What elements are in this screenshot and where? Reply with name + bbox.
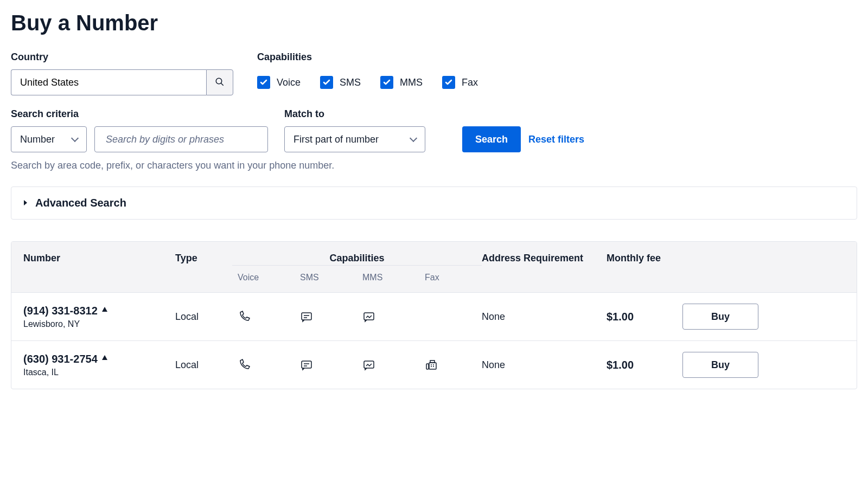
advanced-search-label: Advanced Search bbox=[35, 197, 126, 209]
check-icon bbox=[444, 78, 453, 87]
chevron-down-icon bbox=[411, 134, 416, 145]
svg-rect-6 bbox=[429, 363, 436, 369]
location: Itasca, IL bbox=[23, 368, 175, 377]
svg-rect-5 bbox=[364, 361, 374, 368]
svg-rect-2 bbox=[302, 313, 311, 320]
match-select[interactable]: First part of number bbox=[284, 126, 425, 152]
capabilities-label: Capabilities bbox=[257, 52, 478, 63]
country-input[interactable] bbox=[11, 69, 206, 95]
search-button[interactable]: Search bbox=[462, 126, 521, 152]
col-header-address: Address Requirement bbox=[482, 253, 607, 264]
address-requirement: None bbox=[482, 359, 607, 371]
voice-label: Voice bbox=[277, 77, 301, 88]
buy-button[interactable]: Buy bbox=[682, 352, 758, 378]
country-label: Country bbox=[11, 52, 233, 63]
match-value: First part of number bbox=[293, 134, 379, 145]
mms-checkbox[interactable] bbox=[380, 76, 393, 89]
voice-capability bbox=[232, 358, 295, 371]
svg-line-1 bbox=[221, 83, 224, 86]
country-search-button[interactable] bbox=[206, 69, 233, 95]
col-header-fee: Monthly fee bbox=[607, 253, 682, 264]
sub-header-voice: Voice bbox=[232, 273, 295, 282]
sms-checkbox[interactable] bbox=[320, 76, 333, 89]
check-icon bbox=[322, 78, 331, 87]
search-icon bbox=[215, 77, 225, 88]
capabilities-filter: Capabilities Voice SMS MMS bbox=[257, 52, 478, 95]
number-type: Local bbox=[175, 359, 232, 371]
location: Lewisboro, NY bbox=[23, 319, 175, 329]
table-row: (914) 331-8312Lewisboro, NYLocalNone$1.0… bbox=[11, 293, 857, 341]
monthly-fee: $1.00 bbox=[607, 359, 682, 371]
results-table: Number Type Capabilities Address Require… bbox=[11, 241, 857, 389]
match-label: Match to bbox=[284, 108, 425, 120]
sub-header-mms: MMS bbox=[357, 273, 419, 282]
col-header-type: Type bbox=[175, 253, 232, 264]
criteria-label: Search criteria bbox=[11, 108, 268, 120]
mms-label: MMS bbox=[400, 77, 423, 88]
mms-capability bbox=[357, 310, 419, 323]
check-icon bbox=[259, 78, 268, 87]
country-filter: Country bbox=[11, 52, 233, 95]
col-header-capabilities: Capabilities bbox=[232, 253, 482, 264]
triangle-icon bbox=[101, 354, 108, 364]
sms-label: SMS bbox=[340, 77, 361, 88]
sub-header-sms: SMS bbox=[295, 273, 357, 282]
monthly-fee: $1.00 bbox=[607, 311, 682, 323]
voice-checkbox[interactable] bbox=[257, 76, 270, 89]
advanced-search-toggle[interactable]: Advanced Search bbox=[11, 186, 857, 220]
criteria-type-select[interactable]: Number bbox=[11, 126, 87, 152]
check-icon bbox=[382, 78, 391, 87]
address-requirement: None bbox=[482, 311, 607, 323]
chevron-down-icon bbox=[72, 134, 78, 145]
criteria-type-value: Number bbox=[20, 134, 55, 145]
col-header-number: Number bbox=[23, 253, 175, 264]
voice-capability bbox=[232, 310, 295, 323]
fax-label: Fax bbox=[462, 77, 478, 88]
svg-rect-3 bbox=[364, 313, 374, 320]
criteria-help-text: Search by area code, prefix, or characte… bbox=[11, 160, 857, 171]
buy-button[interactable]: Buy bbox=[682, 304, 758, 330]
fax-checkbox[interactable] bbox=[442, 76, 455, 89]
page-title: Buy a Number bbox=[11, 11, 857, 35]
criteria-search-input[interactable] bbox=[94, 126, 268, 152]
svg-rect-4 bbox=[302, 361, 311, 368]
phone-number: (630) 931-2754 bbox=[23, 353, 98, 365]
fax-capability bbox=[419, 358, 482, 371]
chevron-right-icon bbox=[22, 198, 29, 208]
svg-point-0 bbox=[216, 78, 222, 84]
table-row: (630) 931-2754Itasca, ILLocalNone$1.00Bu… bbox=[11, 341, 857, 389]
sms-capability bbox=[295, 358, 357, 371]
mms-capability bbox=[357, 358, 419, 371]
phone-number: (914) 331-8312 bbox=[23, 305, 98, 317]
sub-header-fax: Fax bbox=[419, 273, 482, 282]
svg-rect-7 bbox=[426, 364, 429, 369]
triangle-icon bbox=[101, 306, 108, 316]
number-type: Local bbox=[175, 311, 232, 323]
sms-capability bbox=[295, 310, 357, 323]
reset-filters-link[interactable]: Reset filters bbox=[528, 126, 584, 152]
